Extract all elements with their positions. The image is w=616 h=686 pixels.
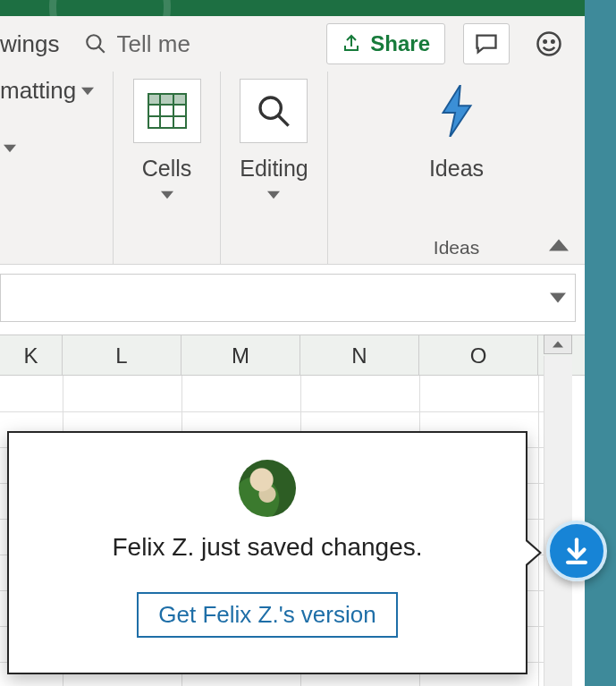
notification-message: Felix Z. just saved changes. — [9, 533, 526, 562]
tell-me-placeholder: Tell me — [116, 30, 190, 58]
search-icon — [84, 32, 107, 55]
tell-me-search[interactable]: Tell me — [84, 30, 190, 58]
svg-rect-10 — [148, 94, 186, 105]
download-icon — [561, 536, 592, 566]
coauthor-notification: Felix Z. just saved changes. Get Felix Z… — [7, 431, 527, 674]
ribbon-group-editing: Editing — [221, 72, 328, 264]
get-version-button[interactable]: Get Felix Z.'s version — [137, 592, 397, 638]
scroll-up-button[interactable] — [544, 335, 572, 354]
formatting-label-fragment: matting — [0, 77, 76, 105]
column-header[interactable]: L — [63, 335, 181, 375]
formula-bar[interactable] — [0, 274, 576, 322]
conditional-formatting-dropdown[interactable]: matting — [0, 77, 94, 105]
ribbon-group-ideas: Ideas Ideas — [328, 72, 585, 264]
formula-bar-expand-button[interactable] — [544, 284, 571, 311]
cells-icon — [148, 93, 187, 129]
column-headers: K L M N O — [0, 335, 585, 376]
editing-dropdown-caret[interactable] — [267, 189, 280, 205]
smiley-icon — [536, 30, 562, 57]
svg-line-1 — [99, 47, 105, 53]
download-updates-button[interactable] — [546, 521, 607, 581]
comment-icon — [474, 31, 499, 56]
ribbon-group-formatting: matting — [0, 72, 114, 264]
styles-dropdown[interactable] — [4, 142, 16, 158]
share-icon — [342, 33, 363, 55]
cells-label: Cells — [142, 156, 192, 182]
lightning-icon — [435, 85, 478, 137]
comments-button[interactable] — [463, 23, 510, 64]
feedback-smiley-button[interactable] — [526, 23, 572, 64]
tab-drawings-fragment[interactable]: wings — [0, 30, 59, 58]
svg-point-3 — [544, 40, 546, 43]
ribbon: matting Cells — [0, 72, 585, 265]
column-header[interactable]: N — [300, 335, 419, 375]
share-label: Share — [370, 31, 430, 56]
cells-dropdown-caret[interactable] — [161, 189, 173, 205]
chevron-down-icon — [550, 292, 566, 303]
chevron-down-icon — [161, 189, 173, 201]
editing-label: Editing — [240, 156, 308, 182]
chevron-down-icon — [81, 85, 94, 97]
desktop-edge — [585, 0, 616, 686]
editing-button[interactable]: Editing — [240, 79, 308, 205]
quick-controls-row: wings Tell me Share — [0, 16, 585, 72]
column-header[interactable]: K — [0, 335, 63, 375]
svg-line-12 — [278, 115, 289, 126]
svg-point-0 — [88, 35, 101, 48]
formula-bar-area — [0, 265, 585, 329]
share-button[interactable]: Share — [326, 23, 445, 64]
column-header[interactable]: M — [181, 335, 300, 375]
svg-point-4 — [552, 40, 554, 43]
cells-button[interactable]: Cells — [133, 79, 201, 205]
ribbon-group-label-ideas: Ideas — [328, 237, 585, 258]
ideas-label: Ideas — [429, 156, 484, 182]
svg-point-2 — [538, 33, 561, 55]
collapse-ribbon-button[interactable] — [549, 239, 569, 255]
chevron-down-icon — [267, 189, 280, 201]
triangle-up-icon — [553, 341, 563, 348]
title-bar — [0, 0, 585, 16]
svg-point-11 — [260, 97, 281, 118]
search-icon — [256, 93, 291, 129]
chevron-up-icon — [549, 239, 569, 251]
ribbon-group-cells: Cells — [114, 72, 221, 264]
avatar — [239, 460, 296, 517]
ideas-button[interactable]: Ideas — [423, 79, 491, 182]
column-header[interactable]: O — [419, 335, 538, 375]
callout-pointer — [526, 538, 542, 567]
chevron-down-icon — [4, 142, 16, 155]
